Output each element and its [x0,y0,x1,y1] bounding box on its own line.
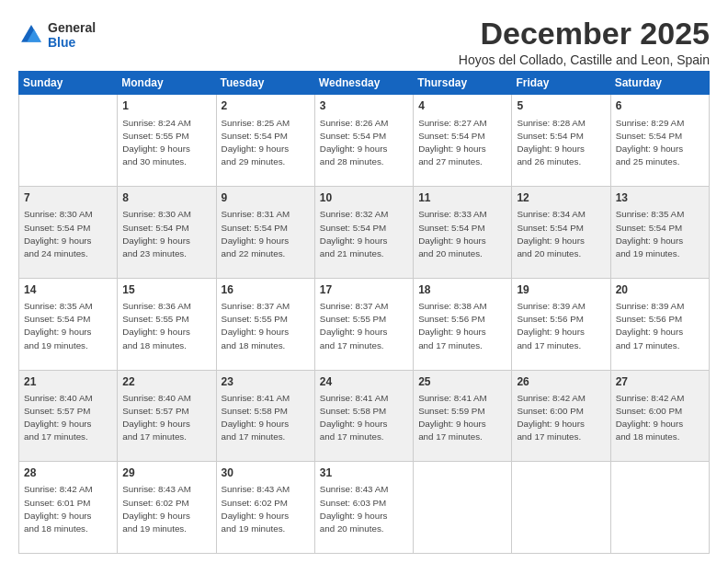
cell-line: Sunset: 5:54 PM [222,131,288,141]
cell-line: Daylight: 9 hours [122,511,190,521]
day-number: 11 [418,190,506,205]
cell-line: and 17 minutes. [517,340,581,350]
cell-line: and 19 minutes. [616,248,680,259]
subtitle: Hoyos del Collado, Castille and Leon, Sp… [459,52,710,67]
calendar-cell: 7Sunrise: 8:30 AMSunset: 5:54 PMDaylight… [19,187,118,279]
cell-line: Daylight: 9 hours [616,236,684,246]
calendar-cell: 5Sunrise: 8:28 AMSunset: 5:54 PMDaylight… [512,95,610,187]
cell-line: Daylight: 9 hours [122,144,190,154]
calendar-row: 1Sunrise: 8:24 AMSunset: 5:55 PMDaylight… [19,95,710,187]
day-number: 10 [320,190,408,205]
cell-line: Sunrise: 8:40 AM [122,393,191,403]
cell-line: and 28 minutes. [320,156,384,167]
cell-line: Sunset: 5:54 PM [320,223,386,233]
day-number: 22 [122,374,210,389]
cell-line: and 17 minutes. [24,431,88,442]
calendar-row: 14Sunrise: 8:35 AMSunset: 5:54 PMDayligh… [19,278,710,370]
cell-line: Sunrise: 8:39 AM [616,301,685,311]
cell-line: Sunrise: 8:27 AM [418,118,487,128]
cell-line: Sunset: 5:54 PM [24,223,90,233]
calendar-row: 7Sunrise: 8:30 AMSunset: 5:54 PMDaylight… [19,187,710,279]
day-number: 26 [517,374,605,389]
cell-line: and 18 minutes. [616,431,680,442]
cell-line: Sunrise: 8:43 AM [222,484,290,494]
cell-line: Sunset: 6:02 PM [222,498,288,508]
cell-line: Sunrise: 8:25 AM [222,118,290,128]
title-block: December 2025 Hoyos del Collado, Castill… [459,17,710,67]
cell-line: Sunrise: 8:38 AM [418,301,487,311]
logo-text: General Blue [48,20,96,50]
calendar-cell: 2Sunrise: 8:25 AMSunset: 5:54 PMDaylight… [216,95,314,187]
cell-line: and 17 minutes. [320,340,384,350]
weekday-header: Thursday [414,72,512,95]
cell-line: Sunset: 5:55 PM [122,314,188,324]
cell-line: and 17 minutes. [616,340,680,350]
cell-line: Sunset: 5:57 PM [24,406,90,416]
day-number: 17 [320,282,408,297]
cell-line: Sunrise: 8:42 AM [517,393,586,403]
cell-line: Sunrise: 8:37 AM [222,301,290,311]
day-number: 24 [320,374,408,389]
cell-line: Sunrise: 8:26 AM [320,118,389,128]
calendar-cell: 8Sunrise: 8:30 AMSunset: 5:54 PMDaylight… [118,187,216,279]
page: General Blue December 2025 Hoyos del Col… [0,0,728,563]
calendar-cell: 25Sunrise: 8:41 AMSunset: 5:59 PMDayligh… [414,370,512,462]
day-number: 13 [616,190,704,205]
cell-line: Daylight: 9 hours [222,511,290,521]
cell-line: Daylight: 9 hours [517,236,585,246]
cell-line: Sunset: 6:02 PM [122,498,188,508]
cell-line: Daylight: 9 hours [122,419,190,429]
cell-line: and 25 minutes. [616,156,680,167]
calendar-cell: 11Sunrise: 8:33 AMSunset: 5:54 PMDayligh… [414,187,512,279]
cell-line: Daylight: 9 hours [320,327,388,337]
cell-line: and 27 minutes. [418,156,483,167]
calendar-cell: 26Sunrise: 8:42 AMSunset: 6:00 PMDayligh… [512,370,610,462]
weekday-header: Tuesday [216,72,314,95]
calendar-cell: 17Sunrise: 8:37 AMSunset: 5:55 PMDayligh… [314,278,413,370]
cell-line: Sunrise: 8:43 AM [122,484,191,494]
weekday-header: Friday [512,72,610,95]
calendar-cell: 20Sunrise: 8:39 AMSunset: 5:56 PMDayligh… [610,278,709,370]
cell-line: Daylight: 9 hours [517,419,585,429]
calendar-cell [19,95,118,187]
day-number: 4 [418,98,506,113]
cell-line: Sunset: 5:55 PM [320,314,386,324]
weekday-header: Saturday [610,72,709,95]
cell-line: and 19 minutes. [24,340,88,350]
day-number: 30 [222,465,310,480]
cell-line: Daylight: 9 hours [418,327,486,337]
calendar-cell: 9Sunrise: 8:31 AMSunset: 5:54 PMDaylight… [216,187,314,279]
calendar-cell: 29Sunrise: 8:43 AMSunset: 6:02 PMDayligh… [118,462,216,554]
calendar-cell: 21Sunrise: 8:40 AMSunset: 5:57 PMDayligh… [19,370,118,462]
cell-line: Sunset: 6:00 PM [517,406,583,416]
cell-line: Daylight: 9 hours [320,419,388,429]
cell-line: and 17 minutes. [418,340,483,350]
cell-line: and 17 minutes. [517,431,581,442]
calendar-cell: 19Sunrise: 8:39 AMSunset: 5:56 PMDayligh… [512,278,610,370]
cell-line: Daylight: 9 hours [418,144,486,154]
cell-line: Daylight: 9 hours [24,419,92,429]
cell-line: Daylight: 9 hours [517,327,585,337]
calendar-row: 28Sunrise: 8:42 AMSunset: 6:01 PMDayligh… [19,462,710,554]
cell-line: Daylight: 9 hours [222,419,290,429]
cell-line: and 19 minutes. [222,523,286,534]
day-number: 7 [24,190,112,205]
calendar-cell: 10Sunrise: 8:32 AMSunset: 5:54 PMDayligh… [314,187,413,279]
cell-line: and 18 minutes. [222,340,286,350]
cell-line: Sunrise: 8:41 AM [222,393,290,403]
day-number: 3 [320,98,408,113]
calendar-cell: 22Sunrise: 8:40 AMSunset: 5:57 PMDayligh… [118,370,216,462]
day-number: 31 [320,465,408,480]
cell-line: Sunrise: 8:35 AM [24,301,93,311]
day-number: 1 [122,98,210,113]
day-number: 2 [222,98,310,113]
day-number: 25 [418,374,506,389]
day-number: 5 [517,98,605,113]
calendar-cell [512,462,610,554]
day-number: 14 [24,282,112,297]
cell-line: Sunset: 6:03 PM [320,498,386,508]
cell-line: Daylight: 9 hours [222,144,290,154]
main-title: December 2025 [459,17,710,51]
cell-line: Sunset: 5:54 PM [517,223,583,233]
cell-line: Daylight: 9 hours [616,419,684,429]
